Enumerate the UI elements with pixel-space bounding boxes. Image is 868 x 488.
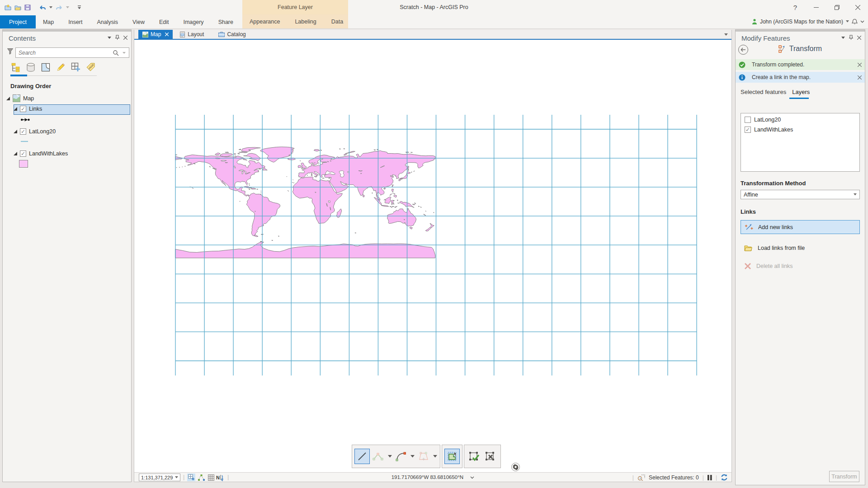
ribbon-tab-imagery[interactable]: Imagery [176, 15, 211, 28]
load-links-from-file-button[interactable]: Load links from file [741, 241, 860, 255]
customize-quick-access-icon[interactable] [77, 5, 81, 9]
modify-pin-icon[interactable] [849, 35, 853, 40]
trace-tool-button[interactable] [416, 449, 431, 464]
undo-icon[interactable] [39, 5, 46, 10]
contents-menu-icon[interactable] [108, 37, 111, 39]
modify-close-icon[interactable] [857, 36, 861, 40]
line-tool-button[interactable] [354, 449, 370, 464]
redo-icon[interactable] [56, 5, 63, 10]
view-tab-overflow-icon[interactable] [724, 30, 728, 39]
ribbon-tab-insert[interactable]: Insert [61, 15, 90, 28]
trace-tool-dropdown-icon[interactable] [432, 449, 438, 464]
redo-dropdown-icon[interactable] [66, 6, 69, 9]
cancel-sketch-button[interactable] [483, 449, 498, 464]
tab-strip-spacer [208, 30, 214, 39]
tree-item-map[interactable]: Map [6, 94, 34, 102]
search-icon[interactable] [113, 50, 119, 56]
message-close-icon[interactable] [858, 75, 862, 80]
open-project-icon[interactable] [14, 5, 21, 10]
pink-fill-symbol-icon [19, 160, 28, 168]
coordinates-dropdown-icon[interactable] [470, 476, 474, 479]
search-dropdown-icon[interactable] [123, 52, 126, 54]
editor-settings-gear-icon[interactable] [511, 463, 520, 471]
select-area-tool-button[interactable] [444, 449, 460, 464]
tree-item-latlong20[interactable]: ✓ LatLong20 [14, 128, 56, 135]
expander-icon[interactable] [14, 130, 17, 133]
modify-menu-icon[interactable] [841, 37, 845, 39]
list-by-selection-icon[interactable] [41, 62, 50, 72]
close-icon[interactable] [847, 0, 868, 14]
tab-strip-filler [250, 30, 724, 39]
transform-button[interactable]: Transform [829, 471, 859, 482]
curve-tool-button[interactable] [393, 449, 409, 464]
ribbon-tab-edit[interactable]: Edit [152, 15, 176, 28]
modify-panel-grip[interactable] [736, 30, 865, 32]
list-by-snapping-icon[interactable] [71, 62, 80, 72]
tab-layers[interactable]: Layers [792, 89, 810, 95]
message-close-icon[interactable] [858, 63, 862, 67]
ribbon-tab-analysis[interactable]: Analysis [90, 15, 126, 28]
view-tab-map[interactable]: Map [138, 30, 173, 39]
landwithlakes-legend-symbol[interactable] [19, 160, 28, 168]
curve-tool-dropdown-icon[interactable] [410, 449, 415, 464]
new-project-icon[interactable] [5, 4, 11, 10]
ribbon-collapse-icon[interactable] [860, 20, 864, 23]
contents-pin-icon[interactable] [115, 35, 119, 40]
minimize-icon[interactable] [806, 0, 826, 14]
ribbon-tab-labeling[interactable]: Labeling [295, 19, 316, 25]
expander-icon[interactable] [14, 107, 17, 111]
expander-icon[interactable] [6, 97, 10, 100]
latlong20-checkbox[interactable]: ✓ [20, 128, 26, 135]
ribbon-tab-view[interactable]: View [125, 15, 152, 28]
polyline-tool-dropdown-icon[interactable] [387, 449, 392, 464]
add-new-links-button[interactable]: Add new links [741, 220, 860, 234]
layer-list-item-latlong20[interactable]: LatLong20 [745, 117, 781, 123]
contents-panel-grip[interactable] [3, 30, 131, 32]
tree-item-landwithlakes[interactable]: ✓ LandWithLakes [14, 150, 68, 157]
account-dropdown-icon[interactable] [846, 20, 849, 23]
filter-icon[interactable] [7, 48, 14, 55]
account-name[interactable]: John (ArcGIS Maps for the Nation) [760, 19, 843, 25]
layer-list-item-landwithlakes[interactable]: ✓ LandWithLakes [745, 127, 793, 133]
polyline-tool-button[interactable] [371, 449, 386, 464]
links-checkbox[interactable]: ✓ [20, 106, 26, 112]
layers-listbox[interactable]: LatLong20 ✓ LandWithLakes [741, 113, 860, 172]
map-view: Map Layout Catalog [134, 30, 732, 482]
notifications-icon[interactable] [852, 19, 858, 25]
list-by-labeling-icon[interactable] [85, 62, 95, 72]
landwithlakes-checkbox[interactable]: ✓ [20, 150, 26, 157]
selected-features-text[interactable]: Selected Features: 0 [649, 474, 699, 481]
expander-icon[interactable] [14, 152, 17, 155]
view-tab-layout[interactable]: Layout [175, 30, 208, 39]
map-canvas[interactable] [134, 40, 731, 472]
list-by-editing-icon[interactable] [56, 62, 65, 72]
landwithlakes-list-checkbox[interactable]: ✓ [745, 127, 751, 133]
undo-dropdown-icon[interactable] [49, 6, 52, 9]
save-project-icon[interactable] [24, 5, 31, 10]
map-tab-close-icon[interactable] [165, 33, 169, 36]
tab-selected-features[interactable]: Selected features [741, 89, 786, 95]
tree-item-links[interactable]: ✓ Links [14, 106, 42, 112]
transformation-method-combo[interactable]: Affine [741, 190, 860, 199]
contents-close-icon[interactable] [123, 36, 127, 40]
pause-drawing-icon[interactable] [708, 475, 712, 480]
contextual-tab-header[interactable]: Feature Layer [242, 0, 348, 14]
view-tab-catalog[interactable]: Catalog [214, 30, 250, 39]
method-dropdown-icon[interactable] [854, 193, 857, 196]
help-icon[interactable]: ? [785, 0, 806, 14]
links-legend-symbol[interactable] [21, 117, 30, 122]
restore-icon[interactable] [826, 0, 847, 14]
refresh-icon[interactable] [721, 474, 728, 481]
list-by-data-source-icon[interactable] [26, 62, 35, 72]
contents-search-input[interactable]: Search [15, 47, 129, 58]
finish-sketch-button[interactable] [467, 449, 482, 464]
delete-all-links-button[interactable]: Delete all links [741, 259, 860, 273]
ribbon-tab-map[interactable]: Map [36, 15, 61, 28]
latlong20-list-checkbox[interactable] [745, 117, 751, 123]
ribbon-tab-appearance[interactable]: Appearance [250, 19, 280, 25]
ribbon-tab-project[interactable]: Project [0, 15, 36, 28]
list-by-drawing-order-icon[interactable] [11, 62, 20, 72]
ribbon-tab-share[interactable]: Share [211, 15, 241, 28]
latlong20-legend-symbol[interactable] [21, 141, 28, 142]
ribbon-tab-data[interactable]: Data [331, 19, 343, 25]
